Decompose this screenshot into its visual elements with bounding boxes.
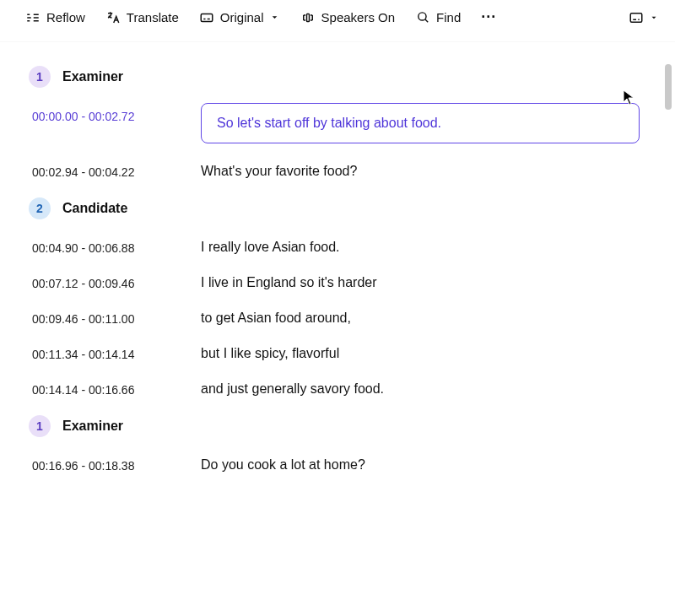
toolbar: Reflow Translate Original Speakers On Fi… — [0, 0, 675, 42]
original-dropdown[interactable]: Original — [199, 10, 280, 25]
search-icon — [415, 10, 430, 25]
scrollbar-track[interactable] — [665, 64, 672, 604]
speakers-button[interactable]: Speakers On — [300, 10, 396, 25]
cursor-icon — [623, 89, 636, 110]
timestamp: 00:11.34 - 00:14.14 — [25, 344, 177, 361]
original-label: Original — [220, 10, 264, 24]
find-label: Find — [436, 10, 461, 24]
timestamp: 00:09.46 - 00:11.00 — [25, 309, 177, 326]
transcript-line[interactable]: 00:04.90 - 00:06.88 I really love Asian … — [25, 238, 650, 255]
utterance-text[interactable]: So let's start off by talking about food… — [201, 103, 640, 143]
speaker-name: Examiner — [62, 419, 123, 434]
utterance-text[interactable]: I live in England so it's harder — [201, 273, 650, 290]
translate-icon — [105, 10, 121, 25]
speaker-header-examiner[interactable]: 1 Examiner — [29, 415, 650, 437]
timestamp: 00:14.14 - 00:16.66 — [25, 380, 177, 397]
transcript-line[interactable]: 00:02.94 - 00:04.22 What's your favorite… — [25, 162, 650, 179]
more-icon: ··· — [481, 8, 496, 26]
transcript-line[interactable]: 00:00.00 - 00:02.72 So let's start off b… — [25, 106, 650, 143]
more-button[interactable]: ··· — [481, 8, 496, 26]
utterance-text[interactable]: to get Asian food around, — [201, 309, 650, 326]
utterance-text[interactable]: Do you cook a lot at home? — [201, 456, 650, 473]
svg-rect-1 — [306, 14, 309, 21]
find-button[interactable]: Find — [415, 10, 461, 25]
scrollbar-thumb[interactable] — [665, 64, 672, 110]
svg-rect-0 — [201, 14, 213, 21]
reflow-label: Reflow — [46, 10, 85, 24]
svg-point-2 — [418, 13, 425, 20]
translate-button[interactable]: Translate — [105, 10, 179, 25]
transcript-line[interactable]: 00:11.34 - 00:14.14 but I like spicy, fl… — [25, 344, 650, 361]
layout-icon — [629, 10, 644, 25]
utterance-text[interactable]: but I like spicy, flavorful — [201, 344, 650, 361]
subtitle-icon — [199, 10, 214, 25]
utterance-text[interactable]: and just generally savory food. — [201, 380, 650, 397]
transcript-line[interactable]: 00:14.14 - 00:16.66 and just generally s… — [25, 380, 650, 397]
chevron-down-icon — [650, 10, 658, 25]
svg-rect-3 — [630, 13, 642, 22]
utterance-text[interactable]: I really love Asian food. — [201, 238, 650, 255]
timestamp: 00:07.12 - 00:09.46 — [25, 273, 177, 290]
speakers-icon — [300, 10, 316, 25]
layout-dropdown[interactable] — [629, 10, 658, 25]
timestamp: 00:02.94 - 00:04.22 — [25, 162, 177, 179]
reflow-icon — [25, 10, 40, 25]
translate-label: Translate — [127, 10, 179, 24]
speaker-header-candidate[interactable]: 2 Candidate — [29, 197, 650, 219]
speakers-label: Speakers On — [321, 10, 396, 24]
transcript-line[interactable]: 00:07.12 - 00:09.46 I live in England so… — [25, 273, 650, 290]
speaker-name: Examiner — [62, 69, 123, 84]
speaker-badge: 1 — [29, 66, 51, 88]
transcript-line[interactable]: 00:16.96 - 00:18.38 Do you cook a lot at… — [25, 456, 650, 473]
speaker-badge: 1 — [29, 415, 51, 437]
speaker-header-examiner[interactable]: 1 Examiner — [29, 66, 650, 88]
timestamp: 00:16.96 - 00:18.38 — [25, 456, 177, 473]
reflow-button[interactable]: Reflow — [25, 10, 85, 25]
transcript-content: 1 Examiner 00:00.00 - 00:02.72 So let's … — [0, 42, 675, 508]
chevron-down-icon — [270, 10, 280, 25]
transcript-line[interactable]: 00:09.46 - 00:11.00 to get Asian food ar… — [25, 309, 650, 326]
speaker-name: Candidate — [62, 201, 127, 216]
speaker-badge: 2 — [29, 197, 51, 219]
utterance-text[interactable]: What's your favorite food? — [201, 162, 650, 179]
timestamp: 00:00.00 - 00:02.72 — [25, 106, 177, 123]
timestamp: 00:04.90 - 00:06.88 — [25, 238, 177, 255]
